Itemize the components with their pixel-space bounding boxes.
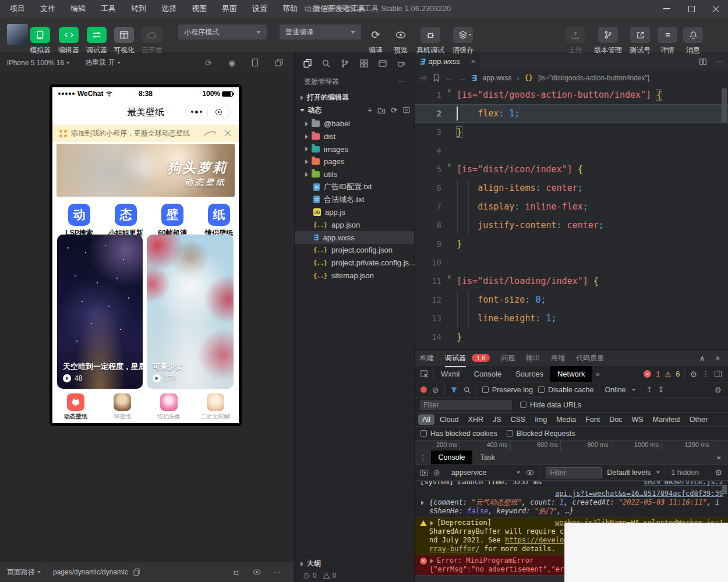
console-sidebar-icon[interactable] [420,469,428,477]
fold-icon[interactable]: ∨ [447,81,451,100]
messages-button[interactable]: 消息 [680,27,706,55]
clear-console-icon[interactable]: ⊘ [433,468,440,477]
blocked-requests-checkbox[interactable]: Blocked Requests [507,430,575,438]
tree-item-folder[interactable]: dist [295,130,414,143]
filter-pill-doc[interactable]: Doc [605,414,626,425]
code-area[interactable]: 1∨[is="dist/goods-action-button/index"] … [415,86,728,349]
minimize-button[interactable] [655,0,679,17]
clear-cache-button[interactable]: 清缓存 [448,27,478,55]
menu-item[interactable]: 编辑 [63,3,93,14]
quick-action[interactable]: 纸情侣壁纸 [202,204,236,238]
log-levels-select[interactable]: Default levels [607,469,660,477]
tree-item-folder[interactable]: pages [295,155,414,168]
preview-button[interactable]: 预览 [389,27,412,55]
console-filter-input[interactable]: Filter [546,467,602,478]
filter-funnel-icon[interactable] [450,386,458,393]
details-button[interactable]: 详情 [656,27,679,55]
export-har-icon[interactable]: ↧ [658,385,664,394]
devtools-tab-wxml[interactable]: Wxml [434,366,467,382]
device-frame-icon[interactable] [252,58,259,67]
source-link[interactable]: api.js?t=wechat&s=16…8517894acfcd8f39:39 [555,489,723,498]
live-expression-eye-icon[interactable] [525,469,535,476]
fold-icon[interactable]: ∨ [447,268,451,286]
fold-icon[interactable]: ∨ [447,156,451,175]
console-scrollbar[interactable] [722,485,727,494]
version-management-button[interactable]: 版本管理 [591,27,625,55]
disable-cache-checkbox[interactable]: Disable cache [538,386,594,394]
hero-banner[interactable]: 狗头萝莉 动态壁纸 [56,144,235,197]
clear-icon[interactable]: ⊘ [432,385,439,395]
project-section[interactable]: 动态 + ⟳ [295,104,414,116]
teacup-icon[interactable] [397,59,406,68]
search-icon[interactable] [463,386,471,394]
close-icon[interactable] [224,129,232,137]
window-icon[interactable] [378,59,387,68]
menu-item[interactable]: 文件 [33,3,63,14]
menu-item[interactable]: 界面 [214,3,245,14]
more-icon[interactable]: ⋯ [715,58,722,66]
test-account-button[interactable]: 测试号 [627,27,653,55]
page-path-label[interactable]: 页面路径 [7,567,35,577]
eye-icon[interactable] [252,569,261,576]
tree-item-txt[interactable]: 广告ID配置.txt [295,180,414,193]
menu-item[interactable]: 帮助 [275,3,305,14]
tree-item-js[interactable]: JSapp.js [295,206,414,219]
network-filter-input[interactable]: Filter [420,400,512,410]
phone-tab-item[interactable]: 二次元60帧 [192,389,239,423]
drawer-tab-console[interactable]: Console [431,450,473,464]
blocked-cookies-checkbox[interactable]: Has blocked cookies [420,430,497,438]
copy-icon[interactable] [133,568,140,576]
close-button[interactable] [704,0,728,17]
refresh-icon[interactable]: ⟳ [391,106,397,115]
settings-gear-icon[interactable]: ⚙ [690,370,697,379]
console-settings-icon[interactable]: ⚙ [715,468,723,477]
tab-problems[interactable]: 问题 [501,353,515,363]
phone-tab-item[interactable]: 4K壁纸 [99,389,146,423]
compile-button[interactable]: ⟳ 编译 [364,27,387,55]
hot-reload-toggle[interactable]: 热重载 开 [85,58,121,68]
filter-pill-css[interactable]: CSS [507,414,530,425]
more-icon[interactable] [186,111,207,113]
editor-scrollbar[interactable] [722,88,727,122]
open-editors-section[interactable]: 打开的编辑器 [295,91,414,104]
menu-item[interactable]: 选择 [154,3,184,14]
maximize-button[interactable] [679,0,704,17]
filter-pill-img[interactable]: Img [531,414,551,425]
filter-pill-js[interactable]: JS [489,414,506,425]
tree-item-json[interactable]: {..}sitemap.json [295,269,414,282]
exit-icon[interactable] [208,109,229,115]
record-icon[interactable]: ◉ [228,58,235,68]
import-har-icon[interactable]: ↥ [646,385,653,394]
context-select[interactable]: appservice [451,469,520,477]
new-file-icon[interactable]: + [367,105,372,115]
filter-pill-all[interactable]: All [418,414,434,425]
tree-item-txt[interactable]: 合法域名.txt [295,193,414,206]
user-avatar[interactable] [7,24,28,45]
tree-item-folder[interactable]: @babel [295,118,414,130]
compile-mode-select[interactable]: 普通编译 [280,24,361,40]
quick-action[interactable]: 动LSP搜索 [62,204,97,238]
wallpaper-card[interactable]: 天空暗到一定程度，星辰... 48 [57,235,143,389]
toolbar-visualization-button[interactable]: 可视化 [111,27,137,55]
extensions-icon[interactable] [359,59,369,68]
filter-pill-xhr[interactable]: XHR [464,414,487,425]
tree-item-wxss[interactable]: ∃app.wxss [295,231,414,244]
mode-select[interactable]: 小程序模式 [178,24,267,40]
git-branch-icon[interactable] [340,59,349,68]
close-drawer-icon[interactable]: × [716,453,728,462]
outline-list-icon[interactable] [419,74,427,82]
devtools-tab-console[interactable]: Console [467,366,509,382]
throttling-select[interactable]: Online [605,386,635,394]
menu-item[interactable]: 转到 [123,3,154,14]
tab-code-quality[interactable]: 代码质量 [576,353,604,363]
more-tabs-icon[interactable]: » [592,370,603,378]
new-folder-icon[interactable] [377,107,386,114]
tab-debugger[interactable]: 调试器 [445,353,466,363]
source-link[interactable]: VM29 WAService.js:2 [644,481,723,487]
tree-item-json[interactable]: {..}app.json [295,219,414,232]
menu-item[interactable]: 工具 [93,3,123,14]
remote-debug-button[interactable]: 真机调试 [415,27,446,55]
collapse-all-icon[interactable] [402,106,411,114]
tree-item-json[interactable]: {..}project.config.json [295,244,414,257]
quick-action[interactable]: 态小姐姐更新 [108,204,143,238]
